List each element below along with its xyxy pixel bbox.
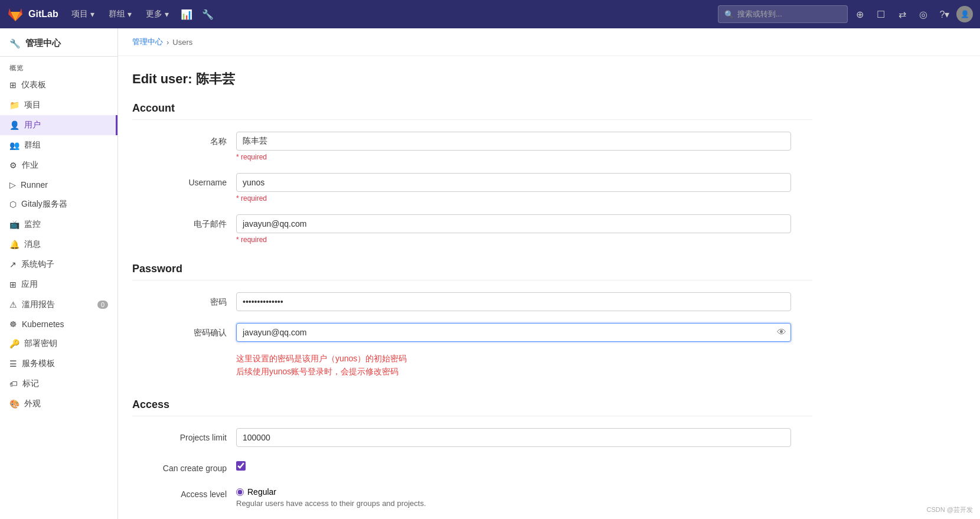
wrench-icon[interactable]: 🔧 <box>198 5 217 24</box>
sidebar-item-dashboard[interactable]: ⊞ 仪表板 <box>0 75 117 95</box>
job-icon: ⚙ <box>9 161 17 170</box>
password-section: Password 密码 密码确认 👁 <box>132 263 812 380</box>
password-confirm-input[interactable] <box>236 323 791 342</box>
help-icon[interactable]: ?▾ <box>935 5 954 24</box>
user-icon: 👤 <box>9 120 19 130</box>
gitlab-logo[interactable]: GitLab <box>7 6 58 22</box>
abuse-icon: ⚠ <box>9 300 17 309</box>
tag-icon: 🏷 <box>9 379 18 389</box>
email-input[interactable] <box>236 214 791 233</box>
sidebar-item-messages[interactable]: 🔔 消息 <box>0 234 117 254</box>
gitaly-icon: ⬡ <box>9 200 17 209</box>
plus-icon[interactable]: ⊕ <box>850 5 869 24</box>
top-navigation: GitLab 项目 ▾ 群组 ▾ 更多 ▾ 📊 🔧 🔍 搜索或转到... ⊕ ☐… <box>0 0 980 28</box>
sidebar-item-runner[interactable]: ▷ Runner <box>0 175 117 194</box>
wrench-icon: 🔧 <box>9 38 21 49</box>
user-avatar[interactable]: 👤 <box>956 6 973 22</box>
username-row: Username * required <box>132 173 812 203</box>
brand-name: GitLab <box>28 9 58 19</box>
access-level-row: Access level Regular Regular users have … <box>132 485 812 508</box>
breadcrumb-admin-link[interactable]: 管理中心 <box>132 37 163 47</box>
search-bar[interactable]: 🔍 搜索或转到... <box>718 5 848 23</box>
sidebar-item-deploy-keys[interactable]: 🔑 部署密钥 <box>0 334 117 354</box>
access-level-regular-radio[interactable] <box>236 488 244 496</box>
search-icon: 🔍 <box>724 10 734 19</box>
access-level-label: Access level <box>132 485 227 499</box>
page-title: Edit user: 陈丰芸 <box>132 70 812 88</box>
projects-limit-input[interactable] <box>236 428 791 447</box>
search-placeholder: 搜索或转到... <box>737 9 782 19</box>
username-required: * required <box>236 194 791 203</box>
password-input[interactable] <box>236 292 791 311</box>
can-create-group-row: Can create group <box>132 459 812 473</box>
email-required-text: required <box>241 236 267 244</box>
can-create-group-checkbox[interactable] <box>236 461 246 471</box>
password-hint-line2: 后续使用yunos账号登录时，会提示修改密码 <box>236 367 791 377</box>
access-level-regular-label: Regular <box>247 487 276 497</box>
sidebar-item-apps[interactable]: ⊞ 应用 <box>0 275 117 295</box>
sidebar-item-groups[interactable]: 👥 群组 <box>0 135 117 155</box>
appearance-icon: 🎨 <box>9 399 19 409</box>
breadcrumb-separator: › <box>166 38 169 47</box>
key-icon: 🔑 <box>9 339 19 348</box>
name-input[interactable] <box>236 132 791 151</box>
runner-icon: ▷ <box>9 180 16 190</box>
message-icon: 🔔 <box>9 240 19 249</box>
admin-header: 🔧 管理中心 <box>0 28 117 57</box>
breadcrumb-current: Users <box>172 38 192 47</box>
watermark: CSDN @芸开发 <box>927 505 973 514</box>
access-level-field: Regular Regular users have access to the… <box>236 485 791 508</box>
sidebar-item-kubernetes[interactable]: ☸ Kubernetes <box>0 315 117 334</box>
sidebar-item-users[interactable]: 👤 用户 <box>0 115 117 135</box>
can-create-group-field <box>236 459 791 471</box>
main-content: 管理中心 › Users Edit user: 陈丰芸 Account 名称 *… <box>118 28 980 519</box>
hook-icon: ↗ <box>9 260 17 269</box>
k8s-icon: ☸ <box>9 319 17 329</box>
stats-icon[interactable]: 📊 <box>177 5 196 24</box>
username-input[interactable] <box>236 173 791 192</box>
username-field: * required <box>236 173 791 203</box>
template-icon: ☰ <box>9 359 17 368</box>
password-hint-line1: 这里设置的密码是该用户（yunos）的初始密码 <box>236 354 791 364</box>
name-label: 名称 <box>132 132 227 147</box>
sidebar: 🔧 管理中心 概览 ⊞ 仪表板 📁 项目 👤 用户 👥 群组 ⚙ 作业 ▷ Ru… <box>0 28 118 519</box>
username-label: Username <box>132 173 227 187</box>
sidebar-item-gitaly[interactable]: ⬡ Gitaly服务器 <box>0 194 117 214</box>
merge-request-icon[interactable]: ⇄ <box>893 5 912 24</box>
name-required-text: required <box>241 153 267 161</box>
email-required: * required <box>236 236 791 244</box>
toggle-password-visibility-button[interactable]: 👁 <box>777 327 786 338</box>
chevron-down-icon: ▾ <box>165 9 169 19</box>
account-section-title: Account <box>132 102 812 120</box>
name-row: 名称 * required <box>132 132 812 161</box>
monitor-icon: 📺 <box>9 220 19 229</box>
projects-limit-row: Projects limit <box>132 428 812 447</box>
account-section: Account 名称 * required Username <box>132 102 812 244</box>
email-field: * required <box>236 214 791 244</box>
access-section-title: Access <box>132 399 812 416</box>
can-create-group-label: Can create group <box>132 459 227 473</box>
app-icon: ⊞ <box>9 280 17 289</box>
todo-icon[interactable]: ☐ <box>871 5 890 24</box>
name-required: * required <box>236 153 791 161</box>
access-section: Access Projects limit Can create group <box>132 399 812 508</box>
sidebar-item-service-templates[interactable]: ☰ 服务模板 <box>0 354 117 374</box>
nav-more[interactable]: 更多 ▾ <box>140 5 175 23</box>
sidebar-item-labels[interactable]: 🏷 标记 <box>0 374 117 394</box>
password-row: 密码 <box>132 292 812 311</box>
projects-limit-field <box>236 428 791 447</box>
overview-section-label: 概览 <box>0 57 117 75</box>
password-confirm-label: 密码确认 <box>132 323 227 338</box>
sidebar-item-monitor[interactable]: 📺 监控 <box>0 214 117 234</box>
nav-projects[interactable]: 项目 ▾ <box>66 5 100 23</box>
nav-groups[interactable]: 群组 ▾ <box>103 5 138 23</box>
sidebar-item-jobs[interactable]: ⚙ 作业 <box>0 155 117 175</box>
issues-icon[interactable]: ◎ <box>914 5 933 24</box>
sidebar-item-projects[interactable]: 📁 项目 <box>0 95 117 115</box>
chevron-down-icon: ▾ <box>90 9 94 19</box>
password-field-wrap <box>236 292 791 311</box>
sidebar-item-abuse[interactable]: ⚠ 滥用报告 0 <box>0 295 117 315</box>
sidebar-item-hooks[interactable]: ↗ 系统钩子 <box>0 254 117 275</box>
sidebar-item-appearance[interactable]: 🎨 外观 <box>0 394 117 414</box>
password-label: 密码 <box>132 292 227 308</box>
